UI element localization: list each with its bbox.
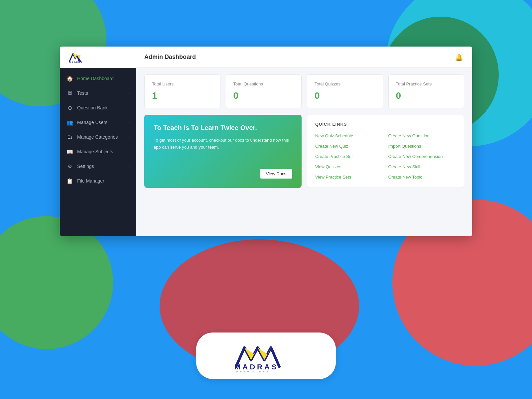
chevron-right-icon: ›: [128, 106, 130, 110]
app-window: MADRAS SOFTWARES 🏠 Home Dashboard 🖥 Test…: [60, 47, 472, 236]
question-bank-icon: ⊙: [66, 104, 73, 111]
logo-icon: MADRAS SOFTWARES: [66, 51, 103, 64]
dashboard-body: Total Users 1 Total Questions 0 Total Qu…: [136, 68, 472, 195]
quicklink-create-new-comprehension[interactable]: Create New Comprehension: [388, 153, 456, 160]
stat-label-total-questions: Total Questions: [233, 81, 294, 86]
quicklinks-card: QUICK LINKS New Quiz ScheduleCreate New …: [307, 115, 464, 188]
sidebar-item-label-manage-categories: Manage Categories: [77, 134, 128, 140]
tests-icon: 🖥: [66, 90, 73, 96]
svg-text:MADRAS: MADRAS: [234, 363, 279, 371]
quicklink-create-new-topic[interactable]: Create New Topic: [388, 173, 456, 181]
sidebar-item-label-manage-subjects: Manage Subjects: [77, 149, 128, 154]
chevron-right-icon: ›: [128, 164, 130, 168]
sidebar-item-manage-categories[interactable]: 🗂 Manage Categories ›: [60, 130, 136, 144]
sidebar-item-question-bank[interactable]: ⊙ Question Bank ›: [60, 100, 136, 115]
chevron-right-icon: ›: [128, 135, 130, 139]
stat-label-total-users: Total Users: [152, 81, 213, 86]
sidebar-logo: MADRAS SOFTWARES: [60, 47, 136, 68]
file-manager-icon: 📋: [66, 178, 73, 184]
quicklink-view-practice-sets[interactable]: View Practice Sets: [315, 173, 383, 181]
sidebar-item-label-file-manager: File Manager: [77, 178, 130, 184]
svg-text:MADRAS: MADRAS: [69, 61, 83, 64]
bg-blob-bl: [0, 216, 113, 349]
banner-card: To Teach is To Learn Twice Over. To get …: [144, 115, 302, 188]
quicklink-import-questions[interactable]: Import Questions: [388, 142, 456, 150]
stats-row: Total Users 1 Total Questions 0 Total Qu…: [144, 74, 464, 108]
stat-value-total-questions: 0: [233, 90, 294, 101]
banner-description: To get most of your account, checkout ou…: [154, 137, 292, 151]
home-dashboard-icon: 🏠: [66, 75, 73, 82]
sidebar-item-manage-users[interactable]: 👥 Manage Users ›: [60, 115, 136, 130]
quicklink-create-new-skill[interactable]: Create New Skill: [388, 163, 456, 171]
stat-value-total-quizzes: 0: [315, 90, 375, 101]
quicklink-view-quizzes[interactable]: View Quizzes: [315, 163, 383, 171]
page-title: Admin Dashboard: [144, 54, 454, 61]
stat-label-total-quizzes: Total Quizzes: [315, 81, 375, 86]
stat-value-total-users: 1: [152, 90, 213, 101]
notification-bell[interactable]: 🔔: [454, 52, 464, 63]
manage-subjects-icon: 📖: [66, 148, 73, 155]
sidebar-item-label-question-bank: Question Bank: [77, 105, 128, 110]
sidebar-item-label-tests: Tests: [77, 90, 128, 96]
sidebar-item-file-manager[interactable]: 📋 File Manager: [60, 174, 136, 188]
stat-value-total-practice-sets: 0: [396, 90, 457, 101]
sidebar-item-settings[interactable]: ⚙ Settings ›: [60, 159, 136, 174]
stat-card-total-quizzes: Total Quizzes 0: [307, 74, 383, 108]
quicklinks-grid: New Quiz ScheduleCreate New QuestionCrea…: [315, 132, 456, 181]
banner-title: To Teach is To Learn Twice Over.: [154, 124, 292, 132]
sidebar-item-home-dashboard[interactable]: 🏠 Home Dashboard: [60, 71, 136, 86]
sidebar-item-label-manage-users: Manage Users: [77, 120, 128, 125]
sidebar-item-label-settings: Settings: [77, 164, 128, 169]
main-content: Admin Dashboard 🔔 Total Users 1 Total Qu…: [136, 47, 472, 236]
bottom-logo-pill: MADRAS SOFTWARES: [196, 332, 336, 379]
stat-card-total-practice-sets: Total Practice Sets 0: [388, 74, 465, 108]
settings-icon: ⚙: [66, 163, 73, 170]
stat-card-total-questions: Total Questions 0: [226, 74, 302, 108]
quicklinks-title: QUICK LINKS: [315, 122, 456, 127]
chevron-right-icon: ›: [128, 120, 130, 124]
stat-label-total-practice-sets: Total Practice Sets: [396, 81, 457, 86]
manage-categories-icon: 🗂: [66, 134, 73, 140]
sidebar-item-manage-subjects[interactable]: 📖 Manage Subjects ›: [60, 144, 136, 159]
chevron-right-icon: ›: [128, 150, 130, 154]
bottom-row: To Teach is To Learn Twice Over. To get …: [144, 115, 464, 188]
manage-users-icon: 👥: [66, 119, 73, 126]
quicklink-new-quiz-schedule[interactable]: New Quiz Schedule: [315, 132, 383, 140]
sidebar-item-tests[interactable]: 🖥 Tests ›: [60, 86, 136, 100]
stat-card-total-users: Total Users 1: [144, 74, 220, 108]
sidebar-nav: 🏠 Home Dashboard 🖥 Tests › ⊙ Question Ba…: [60, 68, 136, 236]
quicklink-create-practice-set[interactable]: Create Practice Set: [315, 153, 383, 160]
quicklink-create-new-quiz[interactable]: Create New Quiz: [315, 142, 383, 150]
topbar: Admin Dashboard 🔔: [136, 47, 472, 68]
bottom-logo-icon: MADRAS SOFTWARES: [229, 339, 303, 372]
sidebar: MADRAS SOFTWARES 🏠 Home Dashboard 🖥 Test…: [60, 47, 136, 236]
svg-text:SOFTWARES: SOFTWARES: [236, 371, 270, 373]
sidebar-item-label-home-dashboard: Home Dashboard: [77, 76, 130, 81]
quicklink-create-new-question[interactable]: Create New Question: [388, 132, 456, 140]
view-docs-button[interactable]: View Docs: [260, 169, 292, 179]
chevron-right-icon: ›: [128, 91, 130, 95]
